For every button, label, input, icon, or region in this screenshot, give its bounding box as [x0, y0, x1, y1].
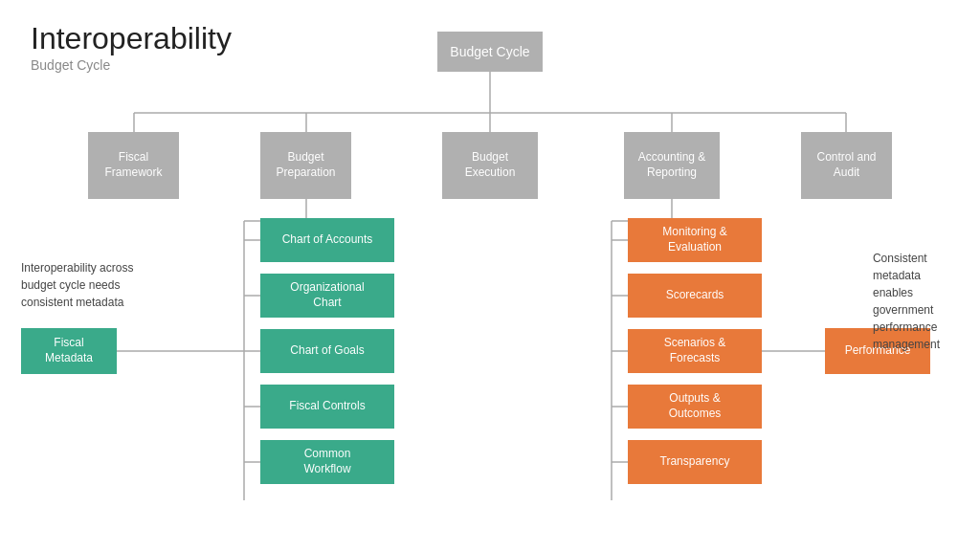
title-area: Interoperability Budget Cycle [31, 22, 232, 73]
orange-box-outputs-outcomes: Outputs & Outcomes [628, 385, 762, 429]
main-container: Interoperability Budget Cycle [21, 12, 959, 539]
budget-cycle-box: Budget Cycle [437, 32, 543, 72]
green-box-fiscal-metadata: Fiscal Metadata [21, 328, 117, 374]
gray-box-control-audit: Control and Audit [801, 132, 892, 199]
green-box-org-chart: Organizational Chart [260, 274, 394, 318]
orange-box-scenarios-forecasts: Scenarios & Forecasts [628, 329, 762, 373]
green-box-chart-of-accounts: Chart of Accounts [260, 218, 394, 262]
orange-box-monitoring-evaluation: Monitoring & Evaluation [628, 218, 762, 262]
sub-title: Budget Cycle [31, 57, 232, 73]
orange-box-transparency: Transparency [628, 440, 762, 484]
main-title: Interoperability [31, 22, 232, 55]
green-box-fiscal-controls: Fiscal Controls [260, 385, 394, 429]
right-description-text: Consistent metadata enables government p… [873, 232, 940, 353]
gray-box-budget-execution: Budget Execution [442, 132, 538, 199]
green-box-chart-of-goals: Chart of Goals [260, 329, 394, 373]
gray-box-fiscal-framework: Fiscal Framework [88, 132, 179, 199]
gray-box-accounting-reporting: Accounting & Reporting [624, 132, 720, 199]
connector-lines [21, 12, 959, 539]
green-box-common-workflow: Common Workflow [260, 440, 394, 484]
gray-box-budget-preparation: Budget Preparation [260, 132, 351, 199]
orange-box-scorecards: Scorecards [628, 274, 762, 318]
left-description-text: Interoperability across budget cycle nee… [21, 242, 133, 311]
